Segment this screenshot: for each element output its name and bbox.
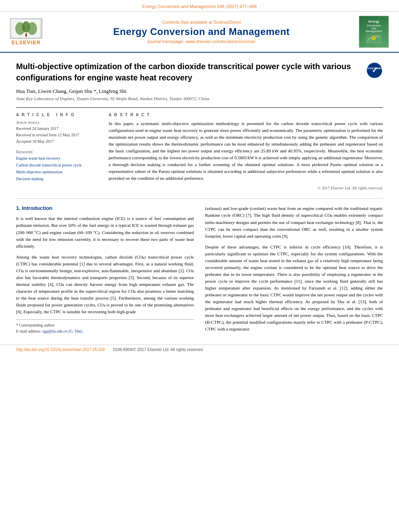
content-divider <box>16 198 383 199</box>
right-para-1: (exhaust) and low-grade (coolant) waste … <box>205 205 383 239</box>
svg-rect-4 <box>25 33 27 37</box>
contents-available-line: Contents lists available at ScienceDirec… <box>48 20 355 25</box>
affiliation-line: State Key Laboratory of Engines, Tianjin… <box>16 96 383 101</box>
main-content: 1. Introduction It is well known that th… <box>16 205 383 337</box>
abstract-column: A B S T R A C T In this paper, a systema… <box>109 113 383 190</box>
bottom-bar: http://dx.doi.org/10.1016/j.enconman.201… <box>0 345 399 354</box>
article-body: Multi-objective optimization of the carb… <box>0 53 399 345</box>
elsevier-brand-text: ELSEVIER <box>12 39 41 45</box>
journal-reference-link[interactable]: Energy Conversion and Management 148 (20… <box>142 4 257 9</box>
homepage-line: journal homepage: www.elsevier.com/locat… <box>48 39 355 44</box>
article-info-column: A R T I C L E I N F O Article history: R… <box>16 113 97 190</box>
email-note: E-mail address: sgg@tju.edu.cn (G. Shu). <box>16 328 194 334</box>
article-history-block: Article history: Received 24 January 201… <box>16 120 97 145</box>
svg-text:CrossMark: CrossMark <box>367 66 382 70</box>
corresponding-note: * Corresponding author. <box>16 322 194 328</box>
received-date: Received 24 January 2017 Received in rev… <box>16 125 97 145</box>
doi-link[interactable]: http://dx.doi.org/10.1016/j.enconman.201… <box>16 347 105 352</box>
abstract-label: A B S T R A C T <box>109 113 383 117</box>
energy-journal-logo: Energy Conversion and Management <box>359 16 391 48</box>
main-right-column: (exhaust) and low-grade (coolant) waste … <box>205 205 383 337</box>
history-label: Article history: <box>16 120 97 125</box>
homepage-label: journal homepage: <box>148 39 184 44</box>
svg-point-3 <box>27 22 37 35</box>
journal-title-area: Contents lists available at ScienceDirec… <box>48 20 355 44</box>
article-title: Multi-objective optimization of the carb… <box>16 61 363 83</box>
elsevier-logo-area: ELSEVIER <box>8 18 44 45</box>
keyword-3: Multi-objective optimization <box>16 168 97 175</box>
sciencedirect-link[interactable]: ScienceDirect <box>214 20 241 25</box>
right-para-2: Despite of these advantages, the CTPC is… <box>205 244 383 333</box>
email-link[interactable]: sgg@tju.edu.cn (G. Shu). <box>42 329 83 333</box>
copyright-line: © 2017 Elsevier Ltd. All rights reserved… <box>109 186 383 190</box>
journal-header: ELSEVIER Contents lists available at Sci… <box>0 12 399 53</box>
main-left-column: 1. Introduction It is well known that th… <box>16 205 194 337</box>
journal-title: Energy Conversion and Management <box>48 26 355 37</box>
keyword-2: Carbon dioxide transcritical power cycle <box>16 162 97 168</box>
article-info-label: A R T I C L E I N F O <box>16 113 97 117</box>
bottom-issn: 0196-8904/© 2017 Elsevier Ltd. All right… <box>113 347 204 352</box>
keyword-4: Decision making <box>16 175 97 182</box>
keywords-label: Keywords: <box>16 150 97 154</box>
article-title-section: Multi-objective optimization of the carb… <box>16 61 383 83</box>
introduction-heading: 1. Introduction <box>16 205 194 211</box>
keywords-block: Keywords: Engine waste heat recovery Car… <box>16 150 97 182</box>
intro-para-2: Among the waste heat recovery technologi… <box>16 254 194 315</box>
abstract-text: In this paper, a systematic multi-object… <box>109 120 383 182</box>
crossmark-icon: ✓ CrossMark <box>367 63 382 78</box>
info-abstract-section: A R T I C L E I N F O Article history: R… <box>16 107 383 190</box>
keyword-1: Engine waste heat recovery <box>16 155 97 162</box>
email-label: E-mail address: <box>16 329 41 333</box>
svg-point-6 <box>371 35 376 40</box>
intro-para-1: It is well known that the internal combu… <box>16 215 194 249</box>
top-bar: Energy Conversion and Management 148 (20… <box>0 0 399 12</box>
elsevier-tree-logo <box>10 18 42 39</box>
footnote-section: * Corresponding author. E-mail address: … <box>16 319 194 334</box>
keywords-list: Engine waste heat recovery Carbon dioxid… <box>16 155 97 182</box>
homepage-url[interactable]: www.elsevier.com/locate/enconman <box>185 39 255 44</box>
crossmark-badge: ✓ CrossMark <box>367 63 383 79</box>
authors-line: Hua Tian, Liwen Chang, Gequn Shu *, Ling… <box>16 88 383 94</box>
contents-text: Contents lists available at <box>162 20 212 25</box>
